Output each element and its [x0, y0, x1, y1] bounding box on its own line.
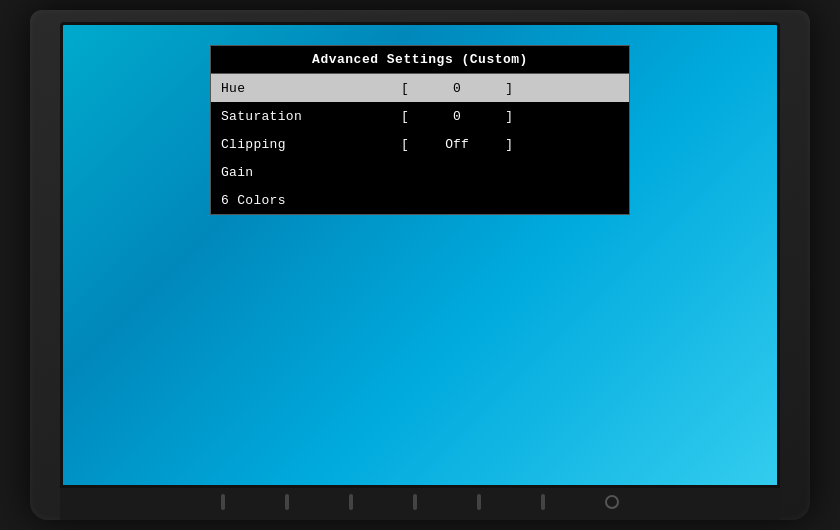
osd-row-clipping[interactable]: Clipping [ Off ] [211, 130, 629, 158]
screen-content: Advanced Settings (Custom) Hue [ 0 ] Sat… [63, 25, 777, 485]
osd-bracket-open-saturation: [ [401, 109, 417, 124]
osd-bracket-close-hue: ] [497, 81, 513, 96]
osd-bracket-open-clipping: [ [401, 137, 417, 152]
osd-title: Advanced Settings (Custom) [211, 46, 629, 74]
osd-row-saturation[interactable]: Saturation [ 0 ] [211, 102, 629, 130]
osd-row-6colors[interactable]: 6 Colors [211, 186, 629, 214]
phys-btn-4[interactable] [413, 494, 417, 510]
screen-bezel: Advanced Settings (Custom) Hue [ 0 ] Sat… [60, 22, 780, 488]
monitor: Advanced Settings (Custom) Hue [ 0 ] Sat… [30, 10, 810, 520]
osd-value-clipping: Off [417, 137, 497, 152]
osd-value-saturation: 0 [417, 109, 497, 124]
bottom-bar: ✕ ∧ ∨ ✓ ⏻ 5:40 1.2018 [63, 485, 777, 488]
osd-label-clipping: Clipping [221, 137, 401, 152]
osd-label-6colors: 6 Colors [221, 193, 401, 208]
osd-bracket-close-clipping: ] [497, 137, 513, 152]
osd-row-hue[interactable]: Hue [ 0 ] [211, 74, 629, 102]
osd-label-saturation: Saturation [221, 109, 401, 124]
osd-value-hue: 0 [417, 81, 497, 96]
phys-power-btn[interactable] [605, 495, 619, 509]
phys-btn-3[interactable] [349, 494, 353, 510]
phys-btn-5[interactable] [477, 494, 481, 510]
osd-bracket-close-saturation: ] [497, 109, 513, 124]
osd-label-gain: Gain [221, 165, 401, 180]
phys-btn-2[interactable] [285, 494, 289, 510]
osd-bracket-open-hue: [ [401, 81, 417, 96]
osd-menu: Advanced Settings (Custom) Hue [ 0 ] Sat… [210, 45, 630, 215]
osd-row-gain[interactable]: Gain [211, 158, 629, 186]
phys-btn-1[interactable] [221, 494, 225, 510]
osd-label-hue: Hue [221, 81, 401, 96]
phys-btn-6[interactable] [541, 494, 545, 510]
physical-buttons [60, 488, 780, 520]
